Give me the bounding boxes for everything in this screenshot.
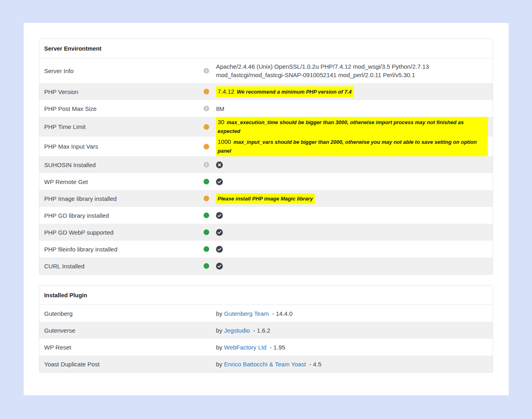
server-row-server-info: Server InfoApache/2.4.46 (Unix) OpenSSL/… xyxy=(39,58,493,83)
value-text: 1000 xyxy=(218,138,231,145)
row-value: 30max_execution_time should be bigger th… xyxy=(213,117,493,137)
row-status xyxy=(200,213,213,218)
ok-dot-icon xyxy=(204,246,209,252)
row-value: Apache/2.4.46 (Unix) OpenSSL/1.0.2u PHP/… xyxy=(213,62,493,79)
ok-dot-icon xyxy=(204,213,209,218)
cross-circle-icon xyxy=(216,161,488,168)
server-row-php-max-input-vars: PHP Max Input Vars1000max_input_vars sho… xyxy=(39,137,493,156)
row-value xyxy=(213,246,493,253)
warning-text: max_input_vars should be bigger than 200… xyxy=(218,139,477,154)
row-value xyxy=(213,263,493,270)
page-background: { "colors": { "page_bg": "#d8e1fa", "car… xyxy=(0,0,532,419)
plugin-name: Gutenverse xyxy=(39,327,200,334)
highlighted-warning: 30max_execution_time should be bigger th… xyxy=(216,117,488,137)
plugin-author-link[interactable]: WebFactory Ltd xyxy=(224,344,267,351)
row-label: PHP Post Max Size xyxy=(39,105,200,112)
row-status xyxy=(200,106,213,111)
warning-text: We recommend a minimum PHP version of 7.… xyxy=(237,89,352,95)
value-text: 7.4.12 xyxy=(218,88,234,95)
status-card: Server Environtment Server InfoApache/2.… xyxy=(24,23,509,395)
plugin-version: - 4.5 xyxy=(306,361,321,368)
check-circle-icon xyxy=(216,212,488,219)
server-row-php-post-max-size: PHP Post Max Size8M xyxy=(39,100,493,117)
check-circle-icon xyxy=(216,246,488,253)
row-label: Server Info xyxy=(39,67,200,74)
row-label: CURL Installed xyxy=(39,263,200,270)
highlighted-warning: 7.4.12We recommend a minimum PHP version… xyxy=(216,86,354,97)
ok-dot-icon xyxy=(204,263,209,269)
server-environment-rows: Server InfoApache/2.4.46 (Unix) OpenSSL/… xyxy=(39,58,493,274)
row-label: PHP Version xyxy=(39,88,200,95)
warning-dot-icon xyxy=(204,196,209,201)
plugin-name: Yoast Duplicate Post xyxy=(39,361,200,368)
row-status xyxy=(200,196,213,201)
info-icon xyxy=(204,106,209,111)
warning-text: max_execution_time should be bigger than… xyxy=(218,119,464,134)
plugin-row-gutenverse: Gutenverseby Jegstudio - 1.6.2 xyxy=(39,322,493,339)
plugin-author-link[interactable]: Jegstudio xyxy=(224,327,250,334)
row-value xyxy=(213,161,493,168)
plugin-name: WP Reset xyxy=(39,344,200,351)
row-status xyxy=(200,68,213,74)
warning-dot-icon xyxy=(204,144,209,149)
value-text: 8M xyxy=(216,105,224,112)
warning-dot-icon xyxy=(204,124,209,130)
row-status xyxy=(200,179,213,184)
plugin-by-label: by xyxy=(216,327,222,334)
plugin-by-label: by xyxy=(216,361,222,368)
row-label: PHP Time Limit xyxy=(39,123,200,130)
row-value xyxy=(213,212,493,219)
check-circle-icon xyxy=(216,263,488,270)
info-icon xyxy=(204,162,209,168)
row-status xyxy=(200,246,213,252)
row-label: PHP Image library installed xyxy=(39,195,200,202)
row-label: WP Remote Get xyxy=(39,178,200,185)
row-status xyxy=(200,229,213,235)
row-label: PHP GD WebP supported xyxy=(39,229,200,236)
server-row-php-fileinfo-library-installed: PHP fileinfo library installed xyxy=(39,241,493,258)
value-text: Apache/2.4.46 (Unix) OpenSSL/1.0.2u PHP/… xyxy=(216,63,429,78)
plugin-by-label: by xyxy=(216,310,222,317)
plugin-meta: by Enrico Battocchi & Team Yoast - 4.5 xyxy=(200,361,493,368)
row-label: SUHOSIN Installed xyxy=(39,161,200,168)
plugin-row-wp-reset: WP Resetby WebFactory Ltd - 1.95 xyxy=(39,339,493,356)
plugin-author-link[interactable]: Enrico Battocchi & Team Yoast xyxy=(224,361,306,368)
ok-dot-icon xyxy=(204,229,209,235)
ok-dot-icon xyxy=(204,179,209,184)
row-value: 8M xyxy=(213,104,493,113)
installed-plugin-title: Installed Plugin xyxy=(39,286,493,305)
plugin-row-gutenberg: Gutenbergby Gutenberg Team - 14.4.0 xyxy=(39,305,493,322)
plugin-meta: by Jegstudio - 1.6.2 xyxy=(200,327,493,334)
row-value: 1000max_input_vars should be bigger than… xyxy=(213,137,493,156)
server-row-php-image-library-installed: PHP Image library installedPlease instal… xyxy=(39,190,493,207)
row-value xyxy=(213,229,493,236)
plugin-version: - 14.4.0 xyxy=(269,310,292,317)
row-value xyxy=(213,178,493,185)
row-status xyxy=(200,124,213,130)
value-text: 30 xyxy=(218,119,224,125)
server-row-php-gd-webp-supported: PHP GD WebP supported xyxy=(39,224,493,241)
row-label: PHP Max Input Vars xyxy=(39,143,200,150)
server-environment-panel: Server Environtment Server InfoApache/2.… xyxy=(39,39,493,275)
warning-dot-icon xyxy=(204,89,209,94)
row-value: Please install PHP image Magic library xyxy=(213,193,493,204)
server-environment-title: Server Environtment xyxy=(39,39,493,58)
server-row-wp-remote-get: WP Remote Get xyxy=(39,173,493,190)
row-value: 7.4.12We recommend a minimum PHP version… xyxy=(213,86,493,97)
plugin-meta: by WebFactory Ltd - 1.95 xyxy=(200,344,493,351)
plugin-meta: by Gutenberg Team - 14.4.0 xyxy=(200,310,493,317)
installed-plugin-panel: Installed Plugin Gutenbergby Gutenberg T… xyxy=(39,285,493,373)
server-row-curl-installed: CURL Installed xyxy=(39,258,493,274)
plugin-row-yoast-duplicate-post: Yoast Duplicate Postby Enrico Battocchi … xyxy=(39,356,493,372)
check-circle-icon xyxy=(216,178,488,185)
highlighted-warning: Please install PHP image Magic library xyxy=(216,193,315,204)
plugin-by-label: by xyxy=(216,344,222,351)
plugin-version: - 1.6.2 xyxy=(250,327,270,334)
plugin-author-link[interactable]: Gutenberg Team xyxy=(224,310,269,317)
row-label: PHP fileinfo library installed xyxy=(39,246,200,253)
plugin-name: Gutenberg xyxy=(39,310,200,317)
row-label: PHP GD library installed xyxy=(39,212,200,219)
server-row-php-gd-library-installed: PHP GD library installed xyxy=(39,207,493,224)
row-status xyxy=(200,89,213,94)
server-row-suhosin-installed: SUHOSIN Installed xyxy=(39,156,493,173)
